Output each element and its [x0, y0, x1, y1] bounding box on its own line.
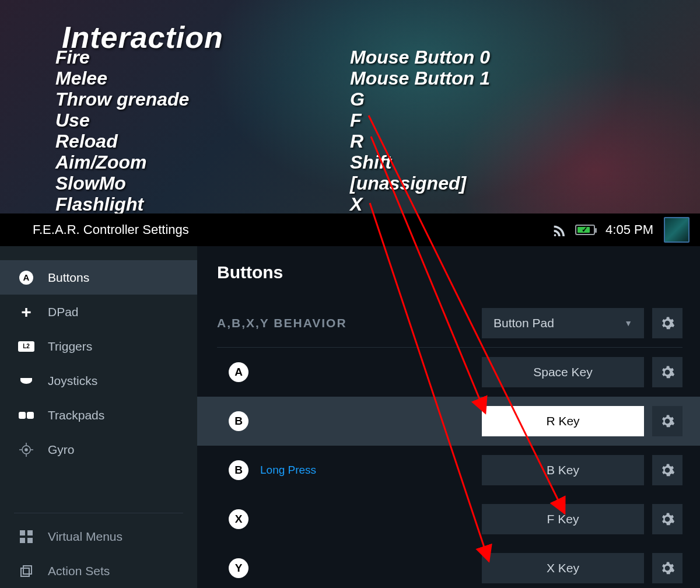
svg-rect-8	[20, 530, 25, 536]
svg-rect-9	[27, 530, 33, 536]
binding-row-x[interactable]: XF Key	[217, 495, 682, 544]
game-bind-value: [unassigned]	[350, 173, 659, 194]
svg-rect-12	[21, 568, 29, 576]
game-bind-label: Fire	[47, 47, 350, 68]
sidebar-icon	[18, 372, 35, 390]
main-panel: Buttons A,B,X,Y BEHAVIOR Button Pad ▼ AS…	[197, 246, 700, 588]
sidebar-item-label: Action Sets	[48, 564, 110, 578]
game-bind-label: Flashlight	[47, 194, 350, 215]
binding-gear-button[interactable]	[652, 504, 682, 534]
wifi-icon	[552, 223, 565, 236]
sidebar-item-label: Triggers	[48, 340, 92, 354]
clock: 4:05 PM	[606, 222, 653, 237]
battery-icon: ✓	[575, 225, 595, 235]
game-bind-value: Mouse Button 0	[350, 47, 659, 68]
sidebar-icon	[18, 441, 35, 459]
sidebar-item-label: Gyro	[48, 443, 75, 457]
sidebar-icon	[18, 528, 35, 545]
sidebar-icon	[18, 562, 35, 580]
binding-key-button[interactable]: Space Key	[482, 357, 644, 387]
sidebar-item-trackpads[interactable]: Trackpads	[0, 398, 197, 432]
main-heading: Buttons	[217, 262, 682, 282]
behavior-row: A,B,X,Y BEHAVIOR Button Pad ▼	[217, 299, 682, 348]
sidebar-item-gyro[interactable]: Gyro	[0, 432, 197, 467]
binding-row-b-long-press[interactable]: BLong PressB Key	[217, 446, 682, 495]
sidebar-item-label: Buttons	[48, 271, 89, 285]
sidebar-item-virtual-menus[interactable]: Virtual Menus	[0, 519, 197, 554]
binding-row-y[interactable]: YX Key	[217, 544, 682, 588]
svg-rect-13	[23, 566, 32, 574]
binding-gear-button[interactable]	[652, 455, 682, 485]
binding-row-a[interactable]: ASpace Key	[217, 348, 682, 397]
sidebar-item-label: DPad	[48, 305, 79, 319]
sidebar-item-label: Joysticks	[48, 374, 97, 388]
game-bind-label: Use	[47, 110, 350, 131]
game-bind-value: X	[350, 194, 659, 215]
behavior-label: A,B,X,Y BEHAVIOR	[217, 316, 482, 330]
controller-button-a-icon: A	[229, 362, 249, 382]
svg-point-3	[25, 449, 27, 451]
svg-rect-11	[27, 538, 33, 543]
controller-button-x-icon: X	[229, 509, 249, 529]
game-bind-label: Throw grenade	[47, 89, 350, 110]
sidebar-divider	[14, 513, 183, 513]
controller-button-y-icon: Y	[229, 558, 249, 578]
game-bind-label: Aim/Zoom	[47, 152, 350, 173]
game-bind-value: F	[350, 110, 659, 131]
page-title: F.E.A.R. Controller Settings	[33, 222, 189, 237]
game-bind-row: MeleeMouse Button 1	[47, 68, 659, 89]
binding-gear-button[interactable]	[652, 357, 682, 387]
sidebar-item-triggers[interactable]: L2Triggers	[0, 329, 197, 363]
game-bind-row: SlowMo[unassigned]	[47, 173, 659, 194]
sidebar-item-joysticks[interactable]: Joysticks	[0, 363, 197, 398]
sidebar-item-action-sets[interactable]: Action Sets	[0, 554, 197, 588]
sidebar-icon	[18, 407, 35, 424]
game-bind-label: Reload	[47, 131, 350, 152]
binding-key-button[interactable]: X Key	[482, 553, 644, 583]
game-bind-row: Aim/ZoomShift	[47, 152, 659, 173]
svg-rect-1	[27, 412, 34, 419]
game-bind-value: Shift	[350, 152, 659, 173]
sidebar-item-buttons[interactable]: AButtons	[0, 260, 197, 295]
game-bind-row: ReloadR	[47, 131, 659, 152]
svg-rect-0	[19, 412, 26, 419]
chevron-down-icon: ▼	[624, 318, 632, 328]
game-bind-row: Throw grenadeG	[47, 89, 659, 110]
game-bind-row: FireMouse Button 0	[47, 47, 659, 68]
sidebar-icon: L2	[18, 338, 35, 355]
svg-rect-10	[20, 538, 25, 543]
game-bind-row: FlashlightX	[47, 194, 659, 215]
binding-key-button[interactable]: B Key	[482, 455, 644, 485]
game-bind-value: G	[350, 89, 659, 110]
binding-sublabel: Long Press	[260, 464, 316, 477]
binding-gear-button[interactable]	[652, 553, 682, 583]
game-keybind-screenshot: Interaction FireMouse Button 0MeleeMouse…	[0, 0, 700, 214]
controller-button-b-icon: B	[229, 460, 249, 480]
game-bind-value: R	[350, 131, 659, 152]
game-bind-label: Melee	[47, 68, 350, 89]
game-bind-value: Mouse Button 1	[350, 68, 659, 89]
binding-key-button[interactable]: R Key	[482, 406, 644, 436]
behavior-gear-button[interactable]	[652, 308, 682, 338]
binding-key-button[interactable]: F Key	[482, 504, 644, 534]
game-bind-row: UseF	[47, 110, 659, 131]
game-bind-label: SlowMo	[47, 173, 350, 194]
sidebar-item-label: Virtual Menus	[48, 530, 123, 544]
sidebar-icon: A	[18, 269, 35, 286]
behavior-dropdown[interactable]: Button Pad ▼	[482, 308, 644, 338]
behavior-value: Button Pad	[494, 316, 554, 330]
avatar[interactable]	[664, 217, 690, 243]
sidebar-item-dpad[interactable]: +DPad	[0, 295, 197, 329]
sidebar: AButtons+DPadL2TriggersJoysticksTrackpad…	[0, 246, 197, 588]
steam-header-bar: F.E.A.R. Controller Settings ✓ 4:05 PM	[0, 214, 700, 246]
binding-row-b[interactable]: BR Key	[197, 397, 700, 446]
binding-gear-button[interactable]	[652, 406, 682, 436]
controller-button-b-icon: B	[229, 411, 249, 431]
sidebar-icon: +	[18, 303, 35, 321]
sidebar-item-label: Trackpads	[48, 408, 104, 422]
